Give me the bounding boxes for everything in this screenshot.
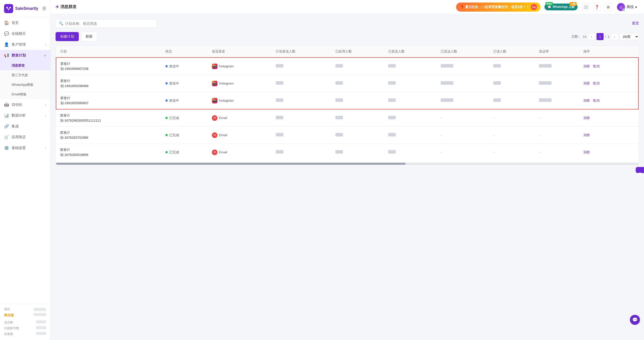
avatar-initials: U	[620, 5, 622, 9]
blurred-value	[539, 98, 552, 102]
blurred-value	[276, 116, 283, 119]
next-page-button[interactable]: ›	[611, 33, 618, 40]
sent-count-cell	[384, 92, 437, 109]
whatsapp-icon: 💬	[548, 5, 551, 9]
blurred-value	[335, 116, 343, 119]
float-circle-button[interactable]: 💬	[630, 315, 640, 325]
status-dot-indicator	[165, 65, 168, 67]
search-input[interactable]	[65, 21, 153, 25]
sidebar-item-home[interactable]: 🏠 首页	[0, 17, 50, 28]
blurred-value	[388, 98, 396, 102]
blurred-value	[493, 98, 501, 102]
sidebar-bottom: 项目 商业版 成员数 社媒账号数 设备数	[0, 304, 50, 340]
monitor-button[interactable]: 🖥	[604, 3, 612, 11]
channel-cell: ✉Email	[208, 109, 272, 127]
sidebar-item-automation[interactable]: 🤖 自动化 ›	[0, 99, 50, 110]
appstore-icon: 🛒	[4, 135, 9, 139]
status-cell: 已完成	[161, 127, 208, 144]
float-chat-button[interactable]: 发起对话	[636, 167, 644, 173]
action-insight-link[interactable]: 洞察	[583, 64, 590, 68]
sidebar: SaleSmartly ☰ 🏠 首页 💬 在线聊天 👤 客户管理 › 📢 群发计…	[0, 0, 51, 340]
table-row: 群发计划-1691655995607 推送中 📷Instagram 洞察取消	[56, 92, 638, 109]
sidebar-item-whatsapp-template[interactable]: WhatsApp模板	[0, 80, 50, 90]
promo-banner[interactable]: 🎁 夏日狂欢，一起享受套餐折扣，低至6折！！ Go	[456, 3, 540, 12]
stat-row-social: 社媒账号数	[4, 325, 46, 331]
status-dot-indicator	[165, 117, 168, 119]
col-delivery-rate: 送达率	[535, 46, 579, 58]
action-insight-link[interactable]: 洞察	[583, 133, 590, 137]
help-button[interactable]: ❓	[593, 3, 601, 11]
action-insight-link[interactable]: 洞察	[583, 116, 590, 120]
planned-count-cell	[272, 127, 331, 144]
user-avatar-button[interactable]: U 离线 ▾	[615, 2, 639, 12]
sidebar-item-chat[interactable]: 💬 在线聊天	[0, 28, 50, 39]
planned-count-cell	[272, 144, 331, 161]
delivered-count-cell	[437, 75, 489, 92]
channel-cell: ✉Email	[208, 144, 272, 161]
sidebar-item-customer[interactable]: 👤 客户管理 ›	[0, 39, 50, 50]
channel-name: Instagram	[219, 99, 234, 102]
promo-fire-icon: 🎁	[460, 5, 464, 9]
action-insight-link[interactable]: 洞察	[583, 150, 590, 154]
blurred-value	[388, 81, 396, 85]
sidebar-item-settings[interactable]: ⚙️ 基础设置 ›	[0, 143, 50, 153]
action-cancel-link[interactable]: 取消	[593, 64, 600, 68]
channel-cell: 📷Instagram	[208, 75, 272, 92]
action-cancel-link[interactable]: 取消	[593, 81, 600, 85]
blurred-value	[539, 64, 552, 68]
plan-badge: 商业版	[4, 313, 14, 317]
screen-share-button[interactable]: ⬜	[582, 3, 590, 11]
status-cell: 已完成	[161, 144, 208, 161]
delivered-count-cell	[437, 92, 489, 109]
send-icon: ✈	[56, 5, 59, 9]
sidebar-item-message-broadcast[interactable]: 消息群发	[0, 61, 50, 70]
dash-value: -	[493, 133, 494, 137]
dash-value: -	[441, 150, 442, 154]
plan-name-cell: 群发计划-1691656298468	[56, 75, 161, 92]
refresh-button[interactable]: 刷新	[81, 32, 97, 41]
chevron-right-icon-2: ›	[45, 103, 46, 106]
page-size-select[interactable]: 20/页 50/页 100/页	[620, 33, 639, 40]
status-dot-indicator	[165, 82, 168, 84]
promo-go-button[interactable]: Go	[531, 4, 537, 10]
sidebar-item-appstore[interactable]: 🛒 应用商店	[0, 132, 50, 143]
dash-value: -	[539, 116, 540, 120]
table-row: 群发计划-1691656298468 推送中 📷Instagram 洞察取消	[56, 75, 638, 92]
broadcast-submenu: 消息群发 第三方代发 WhatsApp模板 Email模板	[0, 61, 50, 99]
email-icon: ✉	[212, 150, 217, 155]
create-plan-button[interactable]: 创建计划	[56, 32, 79, 41]
scrollbar-thumb[interactable]	[56, 163, 406, 165]
logo-icon	[4, 4, 13, 13]
status-dot	[623, 9, 625, 11]
stat-row-devices: 设备数	[4, 331, 46, 337]
prev-page-button[interactable]: ‹	[588, 33, 595, 40]
sidebar-item-integration[interactable]: 🔗 集成	[0, 121, 50, 132]
plan-name-cell: 群发计划-1691655995607	[56, 92, 161, 109]
blurred-value	[441, 98, 453, 102]
blurred-value	[335, 150, 343, 154]
read-count-cell: -	[489, 144, 535, 161]
sidebar-item-third-party[interactable]: 第三方代发	[0, 70, 50, 80]
action-cell: 洞察	[579, 144, 638, 161]
hamburger-icon[interactable]: ☰	[42, 6, 46, 11]
blurred-value	[276, 133, 283, 136]
blurred-value	[388, 64, 396, 68]
action-insight-link[interactable]: 洞察	[583, 99, 590, 102]
chevron-right-icon: ›	[45, 43, 46, 46]
horizontal-scrollbar[interactable]	[56, 163, 639, 165]
reset-button[interactable]: 重置	[632, 21, 639, 26]
action-insight-link[interactable]: 洞察	[583, 81, 590, 85]
blurred-value	[335, 64, 343, 68]
sidebar-item-broadcast[interactable]: 📢 群发计划 ∨	[0, 50, 50, 61]
sidebar-item-analytics[interactable]: 📊 数据分析 ›	[0, 110, 50, 121]
sent-count-cell	[384, 109, 437, 127]
search-box: 🔍	[56, 19, 157, 28]
current-page[interactable]: 1	[597, 33, 604, 40]
col-delivered: 已送达人数	[437, 46, 489, 58]
logo-area: SaleSmartly ☰	[0, 0, 50, 17]
content-area: 🔍 重置 创建计划 刷新 总数： 14 ‹ 1 / 1 › 20/页 50/页 …	[51, 14, 644, 340]
sidebar-item-email-template[interactable]: Email模板	[0, 90, 50, 99]
action-cancel-link[interactable]: 取消	[593, 99, 600, 102]
table-row: 群发计划-1676283702988 已完成 ✉Email - - - 洞察	[56, 127, 638, 144]
whatsapp-new-badge[interactable]: New 💬 WhatsApp 上新 上新	[544, 4, 578, 10]
